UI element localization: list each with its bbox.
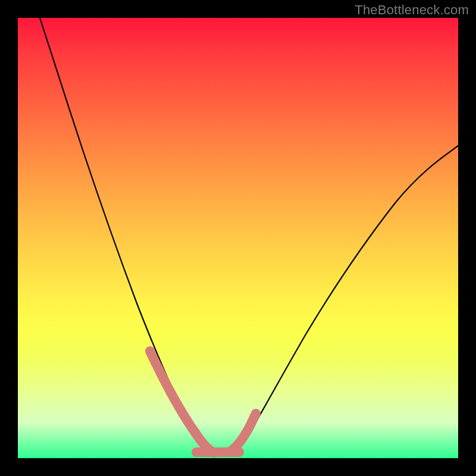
right-curve (229, 146, 458, 453)
curves-svg (18, 18, 458, 458)
plot-area (18, 18, 458, 458)
highlight-right (229, 414, 256, 452)
watermark-text: TheBottleneck.com (355, 2, 469, 18)
chart-frame: TheBottleneck.com (0, 0, 476, 476)
highlight-left (150, 351, 214, 453)
left-curve (40, 18, 214, 453)
